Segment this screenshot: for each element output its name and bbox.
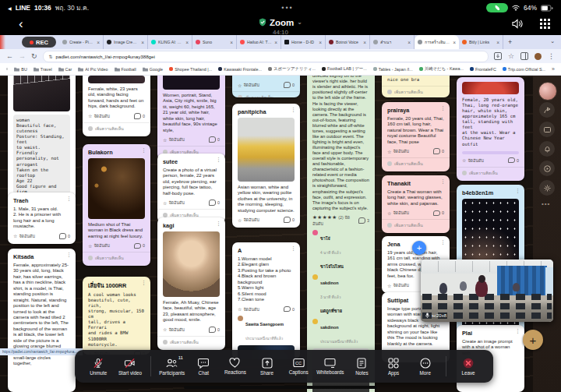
card-menu-icon[interactable]: ⋮ [66, 252, 72, 257]
comment-count[interactable]: 0 [209, 327, 220, 333]
card-menu-icon[interactable]: ⋮ [66, 196, 72, 201]
post-card[interactable]: Women, portrait, Stand, Asia, City night… [157, 76, 225, 160]
tab-create-piclumen[interactable]: Create - PicLu...× [59, 35, 104, 49]
bookmark-kawasaki-frontale[interactable]: Kawasaki Frontale... [218, 67, 262, 72]
card-menu-icon[interactable]: ⋮ [141, 280, 146, 285]
rate-button[interactable]: ☆จัดอันดับ [163, 136, 185, 143]
rate-button[interactable]: ☆จัดอันดับ [88, 113, 110, 119]
new-tab-button[interactable]: + [508, 38, 512, 46]
rate-button[interactable]: ☆จัดอันดับ [163, 200, 185, 206]
user-avatar[interactable] [538, 82, 557, 101]
play-button[interactable] [539, 161, 555, 176]
rate-button[interactable]: ☆จัดอันดับ [387, 210, 409, 216]
add-comment-button[interactable]: เพิ่มความคิดเห็น [387, 222, 444, 228]
close-tab-icon[interactable]: × [319, 40, 322, 45]
close-tab-icon[interactable]: × [274, 40, 277, 45]
card-menu-icon[interactable]: ⋮ [515, 328, 520, 334]
browser-menu-icon[interactable]: ⋮ [548, 52, 555, 60]
rate-button[interactable]: ☆จัดอันดับ [387, 282, 409, 288]
comment-count[interactable]: 0 [508, 157, 519, 164]
reactions-button[interactable]: Reactions [220, 358, 252, 375]
comment-item[interactable]: Sawita Saengpoem ประมาณหนึ่งนาทีที่แล้ว [238, 315, 295, 343]
nav-reload-icon[interactable]: ↻ [31, 52, 37, 60]
notes-button[interactable]: Notes [346, 358, 378, 376]
add-comment-button[interactable]: เพิ่มความคิดเห็น [88, 255, 145, 261]
start-video-button[interactable]: Start video [115, 358, 146, 376]
card-menu-icon[interactable]: ⋮ [440, 178, 446, 184]
bookmark-tables-japan[interactable]: Tables - Japan /I... [373, 67, 413, 72]
bookmark-frontalefc[interactable]: FrontaleFC [470, 67, 496, 72]
rail-more-icon[interactable]: ••• [542, 200, 550, 207]
comment-count[interactable]: 0 [209, 200, 220, 206]
comment-count[interactable]: 0 [433, 210, 444, 217]
rate-button[interactable]: ☆จัดอันดับ [238, 306, 259, 313]
card-menu-icon[interactable]: ⋮ [216, 157, 221, 162]
close-tab-icon[interactable]: × [408, 40, 411, 45]
comment-item[interactable]: sakdinon 3 นาที ที่แล้ว แต่ถูกที่ขาย [312, 274, 369, 316]
bookmark-folder-google[interactable]: Google [143, 67, 163, 72]
tab-padlet-active[interactable]: การสร้างอิมเมจด้วย...× [415, 35, 459, 49]
comment-count[interactable]: 0 [134, 243, 145, 249]
tab-d-id[interactable]: Home - D-ID× [281, 35, 326, 49]
app-return-label[interactable]: LINE [16, 4, 30, 12]
post-card[interactable]: Female, white, 23 years old, standing fa… [83, 76, 150, 136]
apps-grid-icon[interactable] [540, 19, 550, 29]
rate-button[interactable]: ☆จัดอันดับ [163, 327, 185, 333]
close-tab-icon[interactable]: × [363, 40, 366, 45]
nav-back-icon[interactable]: ← [6, 52, 13, 60]
close-tab-icon[interactable]: × [453, 40, 456, 45]
rec-indicator[interactable]: REC [22, 37, 56, 48]
bookmark-kawasaki-sodachi[interactable]: 川崎そだち - Kawa... [419, 66, 464, 72]
comment-count[interactable]: 0 [134, 113, 145, 119]
post-card[interactable]: ⋮ panitpicha Asian woman, white and yell… [232, 104, 300, 228]
share-button[interactable]: Share [251, 358, 283, 376]
rating-stars[interactable]: ★★★★★ (2) จัดอันดับ [312, 214, 358, 227]
post-card[interactable]: ⋮ Bulakorn Medium shot of Thai woman in … [83, 144, 150, 266]
post-card[interactable]: ⋮ เสี่ยจัน 1000RR A cool woman looks bea… [83, 277, 150, 355]
rate-button[interactable]: ☆จัดอันดับ [88, 242, 110, 249]
comment-item[interactable]: ขาโจ๋ 4 นาที ที่แล้ว ขาโจ๋ไปไหน [312, 229, 369, 271]
card-menu-icon[interactable]: ⋮ [141, 147, 146, 153]
close-tab-icon[interactable]: × [230, 40, 233, 45]
captions-button[interactable]: CC Captions [283, 358, 315, 375]
rate-button[interactable]: ☆จัดอันดับ [387, 148, 409, 154]
notifications-button[interactable] [539, 141, 555, 157]
card-menu-icon[interactable]: ⋮ [515, 188, 520, 193]
bookmark-trip-com[interactable]: Trip.com Official S... [503, 67, 545, 72]
tab-kling-ai[interactable]: KLING AI: Next...× [148, 35, 192, 49]
extension-icon[interactable] [535, 53, 542, 60]
post-card[interactable]: ⋮ A 1.Woman model 2.Elegant glam 3.Posti… [232, 242, 300, 359]
participants-button[interactable]: 11 Participants [156, 358, 188, 376]
card-menu-icon[interactable]: ⋮ [291, 245, 296, 251]
bookmark-folder-football[interactable]: Football [115, 67, 136, 72]
add-comment-button[interactable]: เพิ่มความคิดเห็น [238, 94, 295, 97]
slideshow-button[interactable] [539, 122, 555, 137]
participant-video-thumbnail[interactable]: sc20x8 [421, 260, 553, 322]
comment-count[interactable]: 0 [284, 306, 295, 313]
close-tab-icon[interactable]: × [185, 40, 189, 45]
comment-count[interactable]: 0 [284, 217, 295, 223]
bookmark-sports-analytics[interactable]: スポーツアナリティ... [268, 66, 316, 72]
card-menu-icon[interactable]: ⋮ [216, 221, 221, 226]
post-card[interactable]: ⋮ kagi Female, Ah Muay, Chinese face, be… [157, 217, 225, 350]
rate-button[interactable]: ☆จัดอันดับ [462, 157, 484, 164]
card-menu-icon[interactable]: ⋮ [291, 107, 296, 112]
comment-count[interactable]: 0 [284, 82, 295, 88]
add-comment-button[interactable]: เพิ่มความคิดเห็น [163, 339, 220, 345]
comment-count[interactable]: 0 [433, 148, 444, 154]
share-board-button[interactable] [539, 102, 555, 118]
side-panel-icon[interactable] [520, 52, 528, 60]
apps-button[interactable]: Apps [378, 358, 410, 376]
quick-add-button[interactable]: + [412, 241, 426, 255]
rate-button[interactable]: ☆จัดอันดับ [238, 217, 259, 223]
comment-count[interactable]: 0 [209, 136, 220, 143]
site-settings-icon[interactable]: ⇅ [49, 54, 53, 59]
close-tab-icon[interactable]: × [141, 40, 144, 45]
install-page-icon[interactable] [494, 52, 502, 60]
add-comment-button[interactable]: เพิ่มความคิดเห็น [387, 161, 444, 167]
post-card[interactable]: ⋮ Thanakit Create a Thai woman with long… [382, 175, 450, 233]
bookmark-folder-travel[interactable]: Travel [34, 67, 52, 72]
post-card[interactable]: ⋮ prairaya Female, 20 years old, Thai, 1… [382, 102, 450, 171]
tab-image-creation[interactable]: Image Creation× [104, 35, 148, 49]
close-tab-icon[interactable]: × [496, 40, 499, 45]
